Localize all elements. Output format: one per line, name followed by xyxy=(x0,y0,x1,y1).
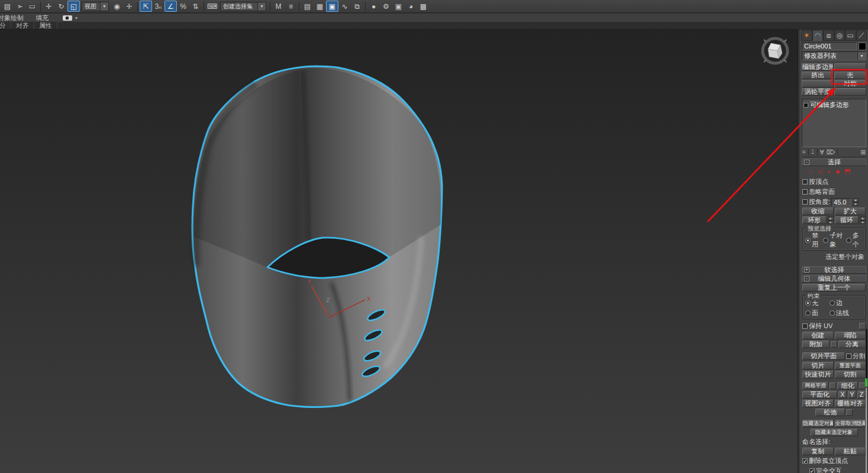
turbosmooth-modifier-button[interactable]: 涡轮平滑 xyxy=(802,88,834,96)
grow-button[interactable]: 扩大 xyxy=(835,208,866,215)
ignore-backfacing-checkbox[interactable] xyxy=(802,189,808,195)
vertex-subobject-icon[interactable]: ∴ xyxy=(808,167,812,175)
use-pivot-center-icon[interactable]: ◉ xyxy=(111,1,123,12)
planar-y-button[interactable]: Y xyxy=(848,391,856,399)
shrink-button[interactable]: 收缩 xyxy=(802,208,834,215)
show-end-result-icon[interactable]: ⌶ xyxy=(811,148,815,155)
chevron-down-icon[interactable]: ▾ xyxy=(75,15,78,21)
planar-x-button[interactable]: X xyxy=(838,391,847,399)
render-production-icon[interactable]: ◕ xyxy=(405,1,417,12)
collapse-icon[interactable]: - xyxy=(804,160,809,165)
configure-modifier-sets-icon[interactable]: ⊞ xyxy=(861,149,866,155)
detach-button[interactable]: 分离 xyxy=(838,341,866,348)
snap-3d-icon[interactable]: 3ₙ xyxy=(152,1,164,12)
viewcube[interactable] xyxy=(757,33,793,69)
msmooth-settings-icon[interactable] xyxy=(830,383,836,389)
reset-plane-button[interactable]: 重置平面 xyxy=(835,362,866,370)
tab-hierarchy[interactable]: ⧈ xyxy=(823,30,834,41)
chevron-down-icon[interactable]: ▼ xyxy=(257,2,266,11)
chevron-down-icon[interactable]: ▼ xyxy=(857,52,866,60)
scene-explorer-icon[interactable]: ▣ xyxy=(326,1,338,12)
object-color-swatch[interactable] xyxy=(859,43,866,50)
ribbon-panel-properties[interactable]: 属性 xyxy=(34,22,57,29)
split-checkbox[interactable] xyxy=(846,354,851,359)
unhide-all-button[interactable]: 全部取消隐藏 xyxy=(835,420,866,427)
named-selection-set-dropdown[interactable]: 创建选择集▼ xyxy=(220,2,266,11)
tab-create[interactable]: ✶ xyxy=(801,30,812,41)
select-and-scale-icon[interactable]: ◱ xyxy=(67,1,80,12)
repeat-last-button[interactable]: 重复上一个 xyxy=(802,284,866,291)
shell-modifier-button[interactable]: 壳 xyxy=(834,72,866,79)
preview-multi-radio[interactable] xyxy=(846,238,851,243)
tab-modify[interactable]: ◠ xyxy=(812,30,824,41)
tab-utilities[interactable]: ⟋ xyxy=(856,30,867,41)
attach-button[interactable]: 附加 xyxy=(802,341,830,348)
stack-onoff-icon[interactable] xyxy=(804,103,808,108)
layer-manager-icon[interactable]: ▤ xyxy=(301,1,314,12)
delete-isolated-checkbox[interactable]: ✓ xyxy=(802,458,808,464)
stack-item-editable-poly[interactable]: 可编辑多边形 xyxy=(804,101,864,109)
remove-modifier-icon[interactable]: ⌦ xyxy=(826,149,834,155)
empty-modifier-button[interactable] xyxy=(802,80,834,88)
relax-button[interactable]: 松弛 xyxy=(815,409,845,416)
border-subobject-icon[interactable]: ◗ xyxy=(827,168,831,175)
symmetry-modifier-button[interactable]: 对称 xyxy=(834,80,866,88)
snaps-toggle-icon[interactable]: ⇱ xyxy=(140,1,152,12)
align-icon[interactable]: ≡ xyxy=(285,1,297,12)
tessellate-button[interactable]: 细化 xyxy=(837,382,858,390)
polygon-subobject-icon[interactable]: ■ xyxy=(835,168,840,175)
angle-snap-icon[interactable]: ∠ xyxy=(164,1,177,12)
angle-spinner[interactable]: ▲▼ xyxy=(853,198,859,206)
rollout-soft-selection[interactable]: + 软选择 xyxy=(802,266,866,274)
empty-modifier-button[interactable] xyxy=(834,88,866,96)
edit-poly-modifier-button[interactable]: 编辑多边形 xyxy=(802,63,834,71)
collapse-button[interactable]: 塌陷 xyxy=(835,332,866,339)
attach-settings-icon[interactable] xyxy=(831,341,837,348)
tab-motion[interactable]: ◎ xyxy=(834,30,846,41)
render-setup-icon[interactable]: ⚙ xyxy=(380,1,392,12)
ribbon-tab-populate[interactable]: 填充 xyxy=(30,14,54,22)
edge-subobject-icon[interactable]: ◁ xyxy=(817,167,822,175)
loop-button[interactable]: 循环 xyxy=(835,216,859,224)
by-angle-checkbox[interactable] xyxy=(802,199,808,205)
create-button[interactable]: 创建 xyxy=(802,332,834,339)
loop-spinner[interactable]: ▲▼ xyxy=(860,216,866,224)
empty-modifier-button[interactable] xyxy=(834,63,866,71)
constraint-edge-radio[interactable] xyxy=(830,300,835,306)
paste-button[interactable]: 粘贴 xyxy=(835,448,866,455)
collapse-icon[interactable]: - xyxy=(804,276,809,281)
keyboard-override-icon[interactable]: ⌨ xyxy=(206,1,218,12)
ribbon-display-icon[interactable] xyxy=(63,15,72,21)
view-align-button[interactable]: 视图对齐 xyxy=(802,400,834,407)
selection-region-icon[interactable]: ▭ xyxy=(26,1,38,12)
make-unique-icon[interactable]: ∀ xyxy=(820,149,824,155)
element-subobject-icon[interactable]: ⬒ xyxy=(844,167,850,175)
grid-align-button[interactable]: 栅格对齐 xyxy=(835,400,866,407)
curve-editor-icon[interactable]: ∿ xyxy=(338,1,351,12)
mirror-icon[interactable]: M xyxy=(272,1,285,12)
select-and-rotate-icon[interactable]: ↻ xyxy=(55,1,67,12)
preview-disable-radio[interactable] xyxy=(805,238,811,243)
planar-z-button[interactable]: Z xyxy=(857,391,866,399)
hide-unselected-button[interactable]: 隐藏未选定对象 xyxy=(811,429,858,436)
rollout-selection[interactable]: - 选择 xyxy=(802,158,866,166)
select-and-manipulate-icon[interactable]: ✛ xyxy=(123,1,135,12)
material-editor-icon[interactable]: ● xyxy=(367,1,380,12)
ribbon-panel-partial[interactable]: 分 xyxy=(0,22,11,29)
select-and-place-icon[interactable]: ➣ xyxy=(14,1,26,12)
ribbon-panel-align[interactable]: 对齐 xyxy=(11,22,34,29)
render-iterative-icon[interactable]: ▩ xyxy=(417,1,430,12)
slice-button[interactable]: 切片 xyxy=(802,362,834,370)
spinner-snap-icon[interactable]: ⇅ xyxy=(189,1,202,12)
percent-snap-icon[interactable]: % xyxy=(177,1,189,12)
reference-coordinate-dropdown[interactable]: 视图▼ xyxy=(82,2,109,11)
msmooth-button[interactable]: 网格平滑 xyxy=(802,382,828,390)
by-vertex-checkbox[interactable] xyxy=(802,179,808,184)
select-and-move-icon[interactable]: ✛ xyxy=(43,1,55,12)
pin-stack-icon[interactable]: ⌗ xyxy=(802,148,806,155)
cut-button[interactable]: 切割 xyxy=(835,371,866,378)
extrude-modifier-button[interactable]: 挤出 xyxy=(802,72,834,79)
preview-subobj-radio[interactable] xyxy=(823,238,828,243)
ring-spinner[interactable]: ▲▼ xyxy=(828,216,834,224)
hide-selected-button[interactable]: 隐藏选定对象 xyxy=(802,420,834,427)
